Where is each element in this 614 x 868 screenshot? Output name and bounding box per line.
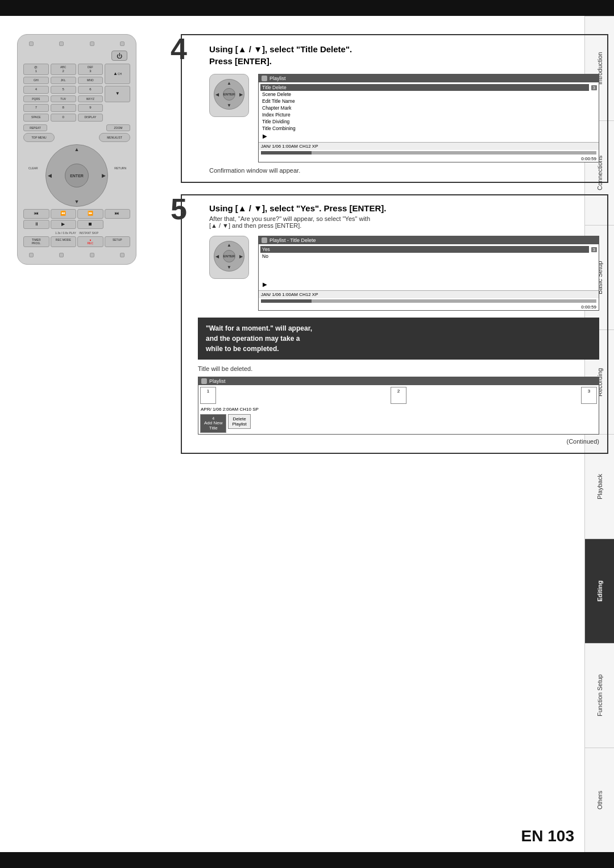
setup-btn[interactable]: SETUP — [105, 236, 131, 247]
display-btn[interactable]: DISPLAY — [78, 114, 103, 122]
top-bar — [0, 0, 614, 16]
step5-enter: ENTER — [223, 250, 235, 262]
repeat-btn[interactable]: REPEAT — [23, 124, 47, 132]
playlist-info: APR/ 1/06 2:00AM CH10 SP — [198, 406, 599, 413]
playlist-screen: Playlist 1 2 3 APR/ 1/06 2:00AM CH10 SP … — [198, 377, 599, 435]
zoom-btn[interactable]: ZOOM — [106, 124, 130, 132]
pause-btn[interactable]: ⏸ — [23, 220, 49, 229]
transport-row: ⏮ ⏪ ⏩ ⏭ ⏸ ▶ ⏹ — [23, 209, 130, 229]
ch-down-btn[interactable]: ▼ — [105, 86, 130, 102]
wxyz-btn[interactable]: WXYZ — [78, 95, 103, 103]
step5-title: Using [▲ / ▼], select "Yes". Press [ENTE… — [209, 203, 599, 213]
space-btn[interactable]: SPACE — [23, 114, 49, 122]
num5-btn[interactable]: 5 — [51, 86, 76, 94]
playlist-cell-2: 2 — [391, 387, 406, 404]
step5-badge: 3 — [591, 247, 597, 252]
pqrs-btn[interactable]: PQRS — [23, 95, 49, 103]
screen-item-index-picture: Index Picture — [260, 111, 589, 118]
step5-time: 0:00:59 — [259, 304, 599, 310]
enter-btn[interactable]: ENTER — [65, 164, 89, 187]
mno-btn[interactable]: MNO — [78, 77, 103, 84]
step4-content: ▲ ▼ ◀ ▶ ENTER Playlist T — [209, 74, 599, 162]
playlist-cell-3: 3 — [581, 387, 597, 404]
menu-list-btn[interactable]: MENU/LIST — [99, 133, 130, 142]
remote-numpad: @:1 ABC2 DEF3 ▲CH GHI JKL MNO 4 5 6 ▼ PQ… — [23, 64, 130, 122]
sidebar-tab-others[interactable]: Others — [585, 748, 614, 852]
step5-box: 5 Using [▲ / ▼], select "Yes". Press [EN… — [181, 194, 608, 454]
timer-prog-btn[interactable]: TIMERPROG. — [23, 236, 49, 247]
playlist-cell-1: 1 — [200, 387, 216, 404]
abc-btn[interactable]: ABC2 — [51, 64, 76, 75]
screen-item-scene-delete: Scene Delete — [260, 91, 589, 98]
ghi-btn[interactable]: GHI — [23, 77, 49, 84]
step4-title: Using [▲ / ▼], select "Title Delete". Pr… — [209, 43, 599, 67]
step4-enter: ENTER — [223, 88, 235, 101]
screen-item-yes: Yes — [260, 246, 589, 253]
step4-progress — [261, 151, 596, 155]
continued-note: (Continued) — [198, 438, 599, 445]
skip-fwd-btn[interactable]: ⏭ — [105, 209, 131, 218]
num4-btn[interactable]: 4 — [23, 86, 49, 94]
num9-btn[interactable]: 9 — [78, 104, 103, 112]
step5-footer-info: JAN/ 1/06 1:00AM CH12 XP — [259, 290, 599, 298]
step5-nav: ▲ ▼ ◀ ▶ ENTER — [214, 241, 244, 272]
step4-screen: Playlist Title Delete Scene Delete Edit … — [258, 74, 599, 162]
step5-arrow: ▶ — [260, 280, 597, 289]
step5-screen-body: Yes No 3 ▶ — [259, 244, 599, 290]
screen-item-title-combining: Title Combining — [260, 125, 589, 132]
step4-screen-body: Title Delete Scene Delete Edit Title Nam… — [259, 82, 599, 142]
playlist-screen3-header: Playlist — [198, 377, 599, 385]
delete-playlist-btn: DeletePlaylist — [228, 414, 250, 429]
bottom-bar — [0, 852, 614, 868]
remote-control: ⏻ @:1 ABC2 DEF3 ▲CH GHI JKL MNO 4 5 6 ▼ … — [17, 34, 154, 834]
add-new-title-btn: 4 Add NewTitle — [200, 414, 226, 433]
page-footer: EN 103 — [521, 827, 574, 845]
num6-btn[interactable]: 6 — [78, 86, 103, 94]
def-btn[interactable]: DEF3 — [78, 64, 103, 75]
screen-item-edit-title-name: Edit Title Name — [260, 98, 589, 105]
screen-item-chapter-mark: Chapter Mark — [260, 105, 589, 111]
remote-bottom-decorations — [23, 253, 130, 257]
step4-nav: ▲ ▼ ◀ ▶ ENTER — [214, 79, 244, 110]
ch-up-btn[interactable]: ▲CH — [105, 64, 130, 84]
at-btn[interactable]: @:1 — [23, 64, 49, 75]
num7-btn[interactable]: 7 — [23, 104, 49, 112]
rev-btn[interactable]: ⏪ — [51, 209, 77, 218]
step5-content: ▲ ▼ ◀ ▶ ENTER Playlist - Title Delete — [209, 236, 599, 311]
repeat-zoom-row: REPEAT ZOOM — [23, 124, 130, 132]
step5-screen-header: Playlist - Title Delete — [259, 236, 599, 244]
instructions-area: 4 Using [▲ / ▼], select "Title Delete". … — [165, 34, 608, 465]
playlist-footer: 4 Add NewTitle DeletePlaylist — [198, 413, 599, 434]
step4-box: 4 Using [▲ / ▼], select "Title Delete". … — [181, 34, 608, 183]
bottom-row: TIMERPROG. REC MODE ●REC SETUP — [23, 236, 130, 247]
top-menu-btn[interactable]: TOP MENU — [23, 133, 55, 142]
step4-footer-info: JAN/ 1/06 1:00AM CH12 XP — [259, 142, 599, 150]
remote-top-decorations — [23, 41, 130, 46]
confirm-text: Confirmation window will appear. — [209, 167, 599, 174]
jkl-btn[interactable]: JKL — [51, 77, 76, 84]
step5-subtitle: After that, "Are you sure?" will appear,… — [209, 215, 599, 229]
rec-btn[interactable]: ●REC — [77, 236, 103, 247]
screen-item-title-delete: Title Delete — [260, 84, 589, 91]
title-deleted-note: Title will be deleted. — [198, 365, 599, 372]
step4-badge: 3 — [591, 85, 597, 90]
skip-rev-btn[interactable]: ⏮ — [23, 209, 49, 218]
tuv-btn[interactable]: TUV — [51, 95, 76, 103]
step5-progress — [261, 299, 596, 303]
step5-mini-remote: ▲ ▼ ◀ ▶ ENTER — [209, 236, 249, 279]
sidebar-tab-editing[interactable]: Editing — [585, 539, 614, 643]
num0-btn[interactable]: 0 — [51, 114, 76, 122]
sidebar-tab-function-setup[interactable]: Function Setup — [585, 643, 614, 748]
rec-mode-btn[interactable]: REC MODE — [51, 236, 77, 247]
step4-time: 0:00:59 — [259, 156, 599, 162]
power-button[interactable]: ⏻ — [111, 51, 127, 61]
num8-btn[interactable]: 8 — [51, 104, 76, 112]
fwd-btn[interactable]: ⏩ — [77, 209, 103, 218]
playlist-cells: 1 2 3 — [198, 385, 599, 406]
step4-arrow: ▶ — [260, 132, 597, 140]
step5-number: 5 — [171, 194, 187, 224]
play-btn[interactable]: ▶ — [51, 220, 77, 229]
step5-screen: Playlist - Title Delete Yes No 3 ▶ JAN/ — [258, 236, 599, 311]
speed-label: 1.3x / 0.8x PLAY INSTANT SKIP — [23, 231, 130, 235]
stop-btn[interactable]: ⏹ — [77, 220, 103, 229]
